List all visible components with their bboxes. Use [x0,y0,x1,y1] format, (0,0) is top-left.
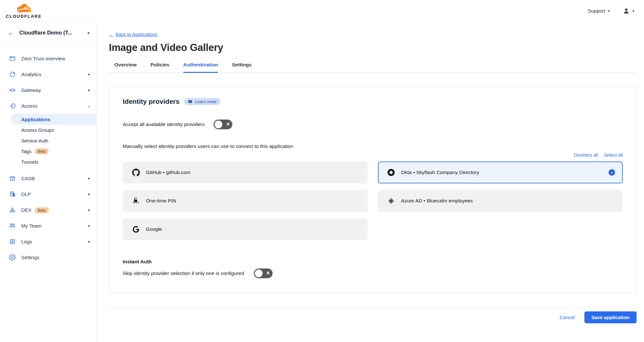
chevron-down-icon: ▾ [632,9,634,13]
beta-badge: Beta [34,148,49,154]
chevron-right-icon: ▸ [88,30,90,35]
chevron-down-icon: ▾ [88,192,90,197]
toggle-knob [255,269,263,277]
tab-bar: Overview Policies Authentication Setting… [109,62,637,73]
provider-tile-okta[interactable]: Okta • Skyflash Company Directory [378,161,623,183]
sidebar-subitem-label: Service Auth [21,138,48,143]
beta-badge: Beta [34,207,49,213]
cloudflare-logo[interactable]: CLOUDFLARE [6,3,42,19]
book-icon [188,99,193,104]
instant-auth-label: Skip identity provider selection if only… [123,270,244,276]
sidebar-item-label: DEXBeta [21,207,82,213]
gateway-icon [9,87,16,93]
dlp-icon [9,191,16,198]
support-label: Support [588,8,605,14]
sidebar: ← Cloudflare Demo (T... ▸ Zero Trust ove… [0,22,97,342]
support-menu[interactable]: Support ▾ [588,8,610,14]
sidebar-item-access[interactable]: Access ▴ [0,98,96,114]
dex-icon [9,207,16,213]
user-menu[interactable]: ▾ [623,7,634,15]
team-name: Cloudflare Demo (T... [19,30,83,36]
back-arrow-icon[interactable]: ← [8,29,14,36]
learn-more-link[interactable]: Learn more [184,98,220,105]
sidebar-item-label: Settings [21,255,90,260]
pin-stars: **** [133,202,139,204]
top-bar: CLOUDFLARE Support ▾ ▾ [0,0,644,22]
sidebar-subitem-label: Tags [21,149,32,154]
sidebar-item-access-groups[interactable]: Access Groups [0,125,96,135]
access-icon [9,103,16,109]
sidebar-item-label: Analytics [21,72,82,77]
access-subnav: Applications Access Groups Service Auth … [0,114,96,167]
sidebar-item-dlp[interactable]: DLP ▾ [0,186,96,202]
footer-divider [109,307,637,307]
sidebar-item-tunnels[interactable]: Tunnels [0,157,96,167]
learn-more-label: Learn more [195,99,216,104]
brand-wordmark: CLOUDFLARE [6,14,42,19]
accept-all-toggle[interactable]: × [214,120,232,129]
sidebar-item-analytics[interactable]: Analytics ▾ [0,66,96,82]
team-switcher[interactable]: ← Cloudflare Demo (T... ▸ [0,22,96,44]
sidebar-nav: Zero Trust overview Analytics ▾ Gateway … [0,44,96,265]
sidebar-item-settings[interactable]: Settings [0,249,96,265]
sidebar-item-logs[interactable]: Logs ▾ [0,234,96,249]
chevron-down-icon: ▾ [88,72,90,77]
provider-tile-one-time-pin[interactable]: **** One-time PIN [123,190,368,212]
provider-grid: GitHub • github.com Okta • Skyflash Comp… [123,161,623,240]
card-title: Identity providers [123,98,179,105]
one-time-pin-icon: **** [132,198,140,204]
google-icon [132,226,140,233]
chevron-down-icon: ▾ [88,88,90,93]
chevron-down-icon: ▾ [88,239,90,244]
sidebar-item-my-team[interactable]: My Team ▾ [0,218,96,234]
chevron-down-icon: ▾ [88,208,90,212]
toggle-off-x-icon: × [226,121,230,127]
provider-tile-github[interactable]: GitHub • github.com [123,161,368,183]
toggle-knob [215,121,222,128]
okta-icon [387,169,395,176]
toggle-off-x-icon: × [266,270,270,276]
sidebar-item-dex[interactable]: DEXBeta ▾ [0,202,96,218]
analytics-icon [9,71,16,78]
dashboard-icon [9,55,16,62]
team-icon [9,222,16,229]
chevron-down-icon: ▾ [88,224,90,228]
deselect-all-link[interactable]: Deselect all [574,152,598,158]
back-arrow-icon: ← [109,32,114,37]
provider-tile-azure-ad[interactable]: Azure AD • Bluecalm employees [378,190,623,212]
sidebar-item-label: DLP [21,191,82,197]
chevron-down-icon: ▾ [88,176,90,181]
manual-select-text: Manually select identity providers users… [123,143,623,149]
sidebar-subitem-label: Tunnels [21,159,38,165]
tab-authentication[interactable]: Authentication [183,62,218,73]
sidebar-item-casb[interactable]: CASB ▾ [0,171,96,186]
sidebar-subitem-label: Access Groups [21,127,54,133]
sidebar-subitem-label: Applications [21,117,50,122]
tab-overview[interactable]: Overview [114,62,137,73]
sidebar-item-label: Gateway [21,87,82,93]
instant-auth-toggle[interactable]: × [254,269,273,278]
sidebar-item-tags[interactable]: Tags Beta [0,146,96,157]
back-to-applications-link[interactable]: ← Back to Applications [109,32,157,37]
provider-name: One-time PIN [146,198,360,204]
footer-bar: Cancel Save application [109,311,637,323]
provider-tile-google[interactable]: Google [123,218,368,240]
selected-check-icon [609,169,615,176]
tab-policies[interactable]: Policies [150,62,169,73]
casb-icon [9,175,16,182]
provider-name: Azure AD • Bluecalm employees [401,198,615,204]
back-link-label: Back to Applications [116,32,158,37]
cancel-button[interactable]: Cancel [560,315,575,320]
tab-settings[interactable]: Settings [232,62,252,73]
sidebar-item-zero-trust-overview[interactable]: Zero Trust overview [0,51,96,66]
chevron-down-icon: ▾ [608,9,610,13]
provider-name: GitHub • github.com [146,170,360,175]
sidebar-item-gateway[interactable]: Gateway ▾ [0,82,96,98]
github-icon [132,169,140,176]
provider-name: Google [146,226,360,232]
sidebar-item-applications[interactable]: Applications [11,114,96,125]
sidebar-item-service-auth[interactable]: Service Auth [0,135,96,146]
logs-icon [9,238,16,245]
select-all-link[interactable]: Select all [604,152,623,158]
save-application-button[interactable]: Save application [584,311,637,323]
